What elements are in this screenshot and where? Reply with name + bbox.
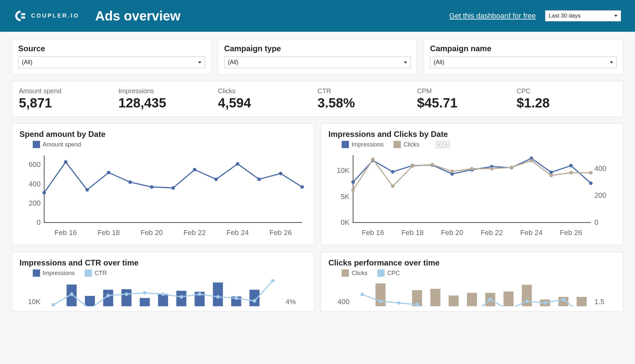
- metric-amount-spend: Amount spend 5,871: [19, 87, 118, 110]
- svg-point-81: [161, 293, 165, 296]
- svg-point-108: [562, 298, 565, 302]
- svg-text:0: 0: [594, 218, 598, 226]
- legend-label: Clicks: [352, 270, 367, 277]
- svg-rect-100: [577, 297, 587, 306]
- metric-cpc: CPC $1.28: [517, 87, 616, 110]
- svg-point-19: [193, 168, 196, 172]
- filter-campaign-name: Campaign name (All): [424, 39, 623, 74]
- svg-text:400: 400: [594, 164, 606, 173]
- metric-label: Amount spend: [19, 87, 118, 95]
- page-title: Ads overview: [95, 9, 181, 23]
- svg-text:200: 200: [29, 199, 41, 207]
- svg-point-84: [216, 295, 220, 299]
- filter-campaign-type: Campaign type (All): [218, 39, 417, 74]
- svg-rect-66: [85, 296, 95, 306]
- svg-point-54: [431, 163, 434, 167]
- chart-title: Spend amount by Date: [20, 130, 307, 139]
- svg-rect-0: [21, 13, 25, 15]
- metric-value: $1.28: [517, 96, 616, 110]
- svg-point-14: [85, 188, 89, 192]
- pager-next-icon[interactable]: ›: [443, 141, 449, 148]
- svg-point-61: [569, 171, 573, 175]
- impressions-ctr-chart-svg: 10K4%: [20, 279, 307, 306]
- svg-text:400: 400: [29, 180, 41, 188]
- svg-text:600: 600: [29, 160, 41, 169]
- get-free-link[interactable]: Get this dashboard for free: [449, 12, 536, 20]
- svg-text:Feb 22: Feb 22: [481, 228, 503, 237]
- metric-label: Clicks: [218, 87, 318, 95]
- svg-rect-96: [503, 292, 513, 306]
- svg-text:400: 400: [338, 298, 350, 306]
- svg-rect-93: [449, 296, 459, 306]
- filter-source-select[interactable]: (All): [18, 57, 205, 68]
- svg-point-102: [379, 300, 382, 303]
- chevron-down-icon: [198, 61, 201, 63]
- svg-point-24: [300, 185, 304, 189]
- chevron-down-icon: [614, 15, 617, 17]
- svg-text:0K: 0K: [341, 218, 350, 226]
- filter-label: Source: [18, 44, 205, 53]
- filter-campaign-type-select[interactable]: (All): [224, 57, 411, 68]
- svg-point-80: [143, 291, 147, 295]
- coupler-logo-icon: [14, 9, 27, 22]
- metric-impressions: Impressions 128,435: [118, 87, 218, 110]
- date-range-value: Last 30 days: [549, 13, 580, 19]
- pager-prev-icon[interactable]: ‹: [436, 141, 443, 148]
- svg-point-39: [391, 170, 395, 174]
- legend-item: Clicks: [342, 269, 367, 277]
- svg-point-58: [510, 166, 513, 169]
- svg-text:Feb 16: Feb 16: [55, 228, 77, 237]
- svg-text:Feb 20: Feb 20: [441, 228, 463, 237]
- impressions-clicks-chart-svg: 0K5K10K0200400Feb 16Feb 18Feb 20Feb 22Fe…: [328, 151, 615, 240]
- metric-ctr: CTR 3.58%: [318, 87, 417, 110]
- legend-item: Impressions: [33, 269, 75, 277]
- svg-rect-94: [467, 293, 477, 306]
- svg-text:1.5: 1.5: [594, 298, 604, 306]
- svg-point-23: [279, 172, 282, 175]
- svg-point-55: [450, 170, 454, 173]
- chart-spend-by-date: Spend amount by Date Amount spend 020040…: [12, 123, 314, 245]
- legend-label: CTR: [95, 270, 107, 277]
- svg-text:5K: 5K: [341, 192, 350, 201]
- chevron-down-icon: [404, 61, 407, 63]
- svg-text:0: 0: [37, 218, 41, 226]
- svg-point-79: [125, 293, 128, 296]
- legend-label: Amount spend: [43, 141, 81, 148]
- svg-rect-69: [140, 298, 150, 306]
- date-range-filter[interactable]: Last 30 days: [545, 10, 621, 21]
- svg-point-50: [351, 188, 355, 192]
- metric-value: $45.71: [417, 96, 517, 110]
- svg-rect-1: [21, 17, 25, 19]
- metric-clicks: Clicks 4,594: [218, 87, 318, 110]
- svg-point-13: [64, 160, 67, 164]
- metric-label: CPC: [517, 87, 616, 95]
- legend-label: CPC: [387, 270, 400, 277]
- filter-campaign-name-select[interactable]: (All): [430, 57, 617, 68]
- svg-text:Feb 24: Feb 24: [227, 228, 249, 237]
- svg-text:10K: 10K: [28, 298, 41, 306]
- metric-value: 128,435: [118, 96, 218, 110]
- legend-pager: ‹ ›: [436, 141, 450, 148]
- chart-impressions-ctr: Impressions and CTR over time Impression…: [12, 252, 314, 311]
- chart-title: Impressions and CTR over time: [20, 258, 307, 267]
- app-header: COUPLER.IO Ads overview Get this dashboa…: [0, 0, 635, 32]
- chart-title: Impressions and Clicks by Date: [328, 130, 615, 139]
- filters-row: Source (All) Campaign type (All) Campaig…: [12, 39, 623, 74]
- svg-text:Feb 18: Feb 18: [98, 228, 120, 237]
- chart-legend: Clicks CPC: [342, 269, 615, 277]
- brand-name: COUPLER.IO: [31, 13, 79, 19]
- svg-point-16: [128, 181, 132, 184]
- metric-value: 4,594: [218, 96, 318, 110]
- svg-point-57: [490, 167, 493, 171]
- chart-legend: Impressions Clicks ‹ ›: [342, 141, 615, 148]
- svg-point-104: [415, 303, 419, 306]
- chart-title: Clicks performance over time: [328, 258, 615, 267]
- legend-item: Clicks: [394, 141, 419, 148]
- svg-point-52: [391, 184, 395, 188]
- filter-label: Campaign name: [430, 44, 617, 53]
- chart-impressions-clicks: Impressions and Clicks by Date Impressio…: [321, 123, 623, 245]
- svg-point-37: [351, 181, 355, 184]
- metric-cpm: CPM $45.71: [417, 87, 517, 110]
- metric-label: CPM: [417, 87, 517, 95]
- metric-value: 5,871: [19, 96, 118, 110]
